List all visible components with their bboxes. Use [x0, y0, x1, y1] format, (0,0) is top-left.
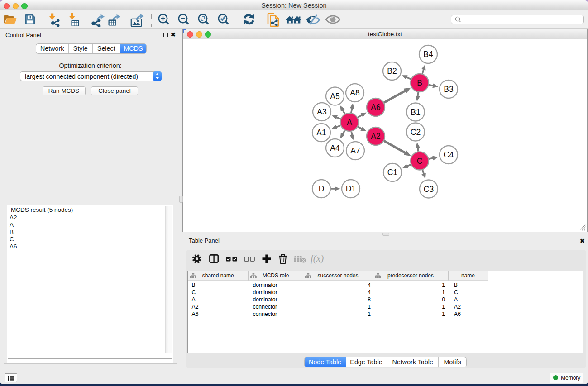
svg-text:C1: C1 [387, 168, 397, 177]
svg-text:C: C [417, 157, 423, 166]
svg-text:A7: A7 [350, 146, 360, 155]
svg-text:B4: B4 [423, 50, 433, 59]
svg-text:B3: B3 [444, 85, 453, 94]
svg-text:D: D [319, 184, 325, 193]
svg-text:A4: A4 [330, 143, 340, 152]
svg-text:B: B [417, 78, 422, 87]
svg-text:A5: A5 [330, 92, 339, 101]
svg-text:A1: A1 [316, 128, 326, 137]
svg-text:A6: A6 [371, 103, 380, 112]
svg-text:B2: B2 [387, 67, 397, 76]
svg-text:C4: C4 [444, 150, 454, 159]
svg-text:A: A [347, 118, 352, 127]
svg-text:D1: D1 [346, 184, 356, 193]
svg-text:A2: A2 [371, 132, 380, 141]
svg-text:C3: C3 [424, 185, 434, 194]
svg-text:B1: B1 [411, 108, 420, 117]
svg-text:C2: C2 [411, 128, 421, 137]
svg-text:A3: A3 [317, 107, 326, 116]
svg-text:A8: A8 [350, 88, 359, 97]
